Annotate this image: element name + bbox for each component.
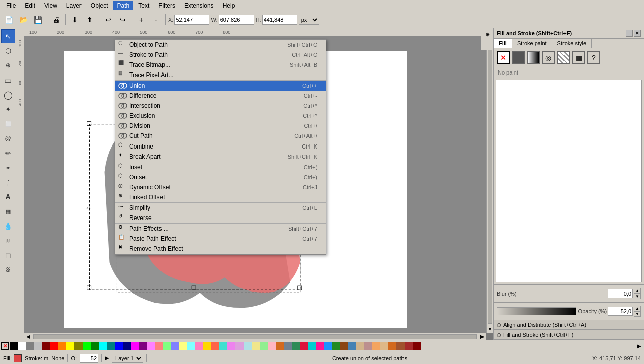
menu-path[interactable]: Path — [113, 1, 134, 10]
w-input[interactable] — [219, 15, 254, 25]
palette-color-#008080[interactable] — [107, 342, 115, 350]
print-btn[interactable]: 🖨 — [50, 13, 63, 26]
menu-item-reverse[interactable]: ↺ Reverse — [115, 213, 326, 223]
canvas-area[interactable]: 100200300400500600700800 100 200 300 400 — [16, 28, 493, 340]
tool-rect[interactable]: ▭ — [1, 73, 15, 87]
h-input[interactable] — [262, 15, 297, 25]
menu-item-object-to-path[interactable]: ⬡ Object to Path Shift+Ctrl+C — [115, 40, 326, 50]
menu-item-exclusion[interactable]: Exclusion Ctrl+^ — [115, 111, 326, 121]
menu-item-simplify[interactable]: 〜 Simplify Ctrl+L — [115, 203, 326, 213]
new-btn[interactable]: 📄 — [2, 13, 15, 26]
palette-color-#d2691e[interactable] — [276, 342, 284, 350]
palette-color-#b0e0e6[interactable] — [244, 342, 252, 350]
palette-color-#ff00ff[interactable] — [131, 342, 139, 350]
tool-calligraphy[interactable]: ∫ — [1, 175, 15, 189]
menu-filters[interactable]: Filters — [154, 1, 179, 10]
import-btn[interactable]: ⬇ — [68, 13, 82, 26]
opacity-status-input[interactable] — [80, 354, 98, 363]
palette-color-#708090[interactable] — [284, 342, 292, 350]
palette-color-#f0e68c[interactable] — [252, 342, 260, 350]
menu-item-combine[interactable]: ⬡ Combine Ctrl+K — [115, 141, 326, 152]
menu-item-cut-path[interactable]: Cut Path Ctrl+Alt+/ — [115, 131, 326, 141]
layer-select[interactable]: Layer 1 — [112, 354, 143, 363]
menu-item-path-effects[interactable]: ⚙ Path Effects ... Shift+Ctrl+7 — [115, 224, 326, 234]
menu-extensions[interactable]: Extensions — [180, 1, 218, 10]
zoom-in-btn[interactable]: + — [135, 13, 148, 26]
palette-color-#ff80c0[interactable] — [195, 342, 203, 350]
palette-color-#d2691e[interactable] — [388, 342, 396, 350]
tool-star[interactable]: ✦ — [1, 102, 15, 116]
tool-eraser[interactable]: ◻ — [1, 248, 15, 262]
paint-linear-btn[interactable] — [527, 51, 540, 64]
fill-stroke-bottom-section[interactable]: ⬡ Fill and Stroke (Shift+Ctrl+F) — [494, 330, 644, 340]
palette-color-#deb887[interactable] — [380, 342, 388, 350]
palette-color-#d2b48c[interactable] — [356, 342, 364, 350]
v-scrollbar[interactable]: ▲ ▼ — [486, 36, 493, 333]
palette-color-#ff8000[interactable] — [58, 342, 66, 350]
zoom-out-btn[interactable]: - — [149, 13, 163, 26]
palette-color-#ee82ee[interactable] — [227, 342, 235, 350]
palette-color-#800000[interactable] — [42, 342, 50, 350]
palette-color-#f4a460[interactable] — [372, 342, 380, 350]
menu-item-intersection[interactable]: Intersection Ctrl+* — [115, 101, 326, 111]
no-color-btn[interactable]: ✕ — [1, 342, 9, 350]
palette-color-#00ced1[interactable] — [308, 342, 316, 350]
undo-btn[interactable]: ↩ — [102, 13, 115, 26]
palette-color-#dda0dd[interactable] — [235, 342, 244, 350]
unit-select[interactable]: px mm cm — [299, 15, 319, 25]
menu-item-outset[interactable]: ⬡ Outset Ctrl+) — [115, 172, 326, 182]
palette-color-#228b22[interactable] — [332, 342, 340, 350]
palette-color-#ffff80[interactable] — [179, 342, 187, 350]
menu-help[interactable]: Help — [219, 1, 239, 10]
align-icon2[interactable]: ≡ — [485, 40, 490, 48]
tool-pen[interactable]: ✒ — [1, 161, 15, 175]
snap-icon[interactable]: ⊕ — [484, 30, 491, 39]
tool-spray[interactable]: ≋ — [1, 234, 15, 248]
palette-scroll-right[interactable]: ▶ — [635, 340, 643, 352]
palette-color-#a0522d[interactable] — [396, 342, 405, 350]
menu-item-remove-path-effect[interactable]: ✖ Remove Path Effect — [115, 244, 326, 254]
menu-item-trace-bitmap[interactable]: ⬛ Trace Bitmap... Shift+Alt+B — [115, 60, 326, 70]
palette-color-#c0c0c0[interactable] — [34, 342, 42, 350]
tool-text[interactable]: A — [1, 190, 15, 204]
blur-spinner[interactable]: ▲ ▼ — [634, 288, 641, 299]
palette-color-#0000ff[interactable] — [115, 342, 123, 350]
palette-color-#800080[interactable] — [139, 342, 147, 350]
paint-flat-btn[interactable] — [512, 51, 525, 64]
palette-color-#ff80ff[interactable] — [147, 342, 155, 350]
paint-none-btn[interactable]: ✕ — [497, 51, 510, 64]
fill-swatch[interactable] — [14, 354, 22, 362]
palette-color-#ff8080[interactable] — [155, 342, 163, 350]
palette-color-#ff0000[interactable] — [50, 342, 58, 350]
palette-color-#dc143c[interactable] — [300, 342, 308, 350]
palette-color-#00ffff[interactable] — [99, 342, 107, 350]
tool-ellipse[interactable]: ◯ — [1, 88, 15, 102]
menu-item-dynamic-offset[interactable]: ◎ Dynamic Offset Ctrl+J — [115, 182, 326, 192]
menu-layer[interactable]: Layer — [62, 1, 86, 10]
tool-selector[interactable]: ↖ — [1, 29, 15, 43]
palette-color-#808000[interactable] — [74, 342, 83, 350]
palette-color-#ffb6c1[interactable] — [268, 342, 276, 350]
menu-item-stroke-to-path[interactable]: — Stroke to Path Ctrl+Alt+C — [115, 50, 326, 60]
palette-color-#a52a2a[interactable] — [405, 342, 413, 350]
palette-color-#ffd700[interactable] — [203, 342, 211, 350]
tab-stroke-style[interactable]: Stroke style — [552, 39, 592, 48]
paint-pattern-btn[interactable] — [557, 51, 570, 64]
palette-color-#2e8b57[interactable] — [292, 342, 300, 350]
palette-color-#008000[interactable] — [91, 342, 99, 350]
palette-color-#80ff80[interactable] — [163, 342, 171, 350]
tool-spiral[interactable]: @ — [1, 131, 15, 145]
menu-item-difference[interactable]: Difference Ctrl+- — [115, 91, 326, 101]
palette-color-#bc8f8f[interactable] — [364, 342, 372, 350]
menu-view[interactable]: View — [40, 1, 61, 10]
tool-3dbox[interactable]: ⬜ — [1, 117, 15, 131]
tool-zoom[interactable]: ⊕ — [1, 58, 15, 72]
x-input[interactable] — [174, 15, 209, 25]
export-btn[interactable]: ⬆ — [83, 13, 96, 26]
menu-edit[interactable]: Edit — [21, 1, 39, 10]
menu-object[interactable]: Object — [87, 1, 112, 10]
menu-text[interactable]: Text — [134, 1, 153, 10]
paint-swatch-btn[interactable]: ▦ — [572, 51, 585, 64]
paint-radial-btn[interactable]: ◎ — [542, 51, 555, 64]
palette-color-#00ff00[interactable] — [83, 342, 91, 350]
